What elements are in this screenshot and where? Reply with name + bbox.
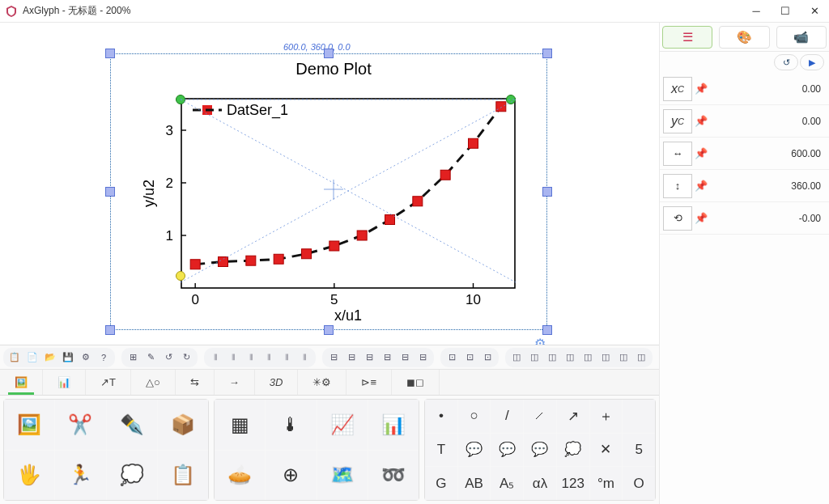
toolbar-button[interactable]: ✎ [142, 349, 159, 366]
palette-mid-cell[interactable]: 🗺️ [317, 451, 368, 501]
property-value[interactable]: 0.00 [710, 116, 826, 127]
palette-left-cell[interactable]: ✒️ [107, 400, 157, 450]
toolbar-button[interactable]: 📋 [6, 349, 23, 366]
palette-right-cell[interactable]: 💬 [524, 434, 556, 467]
toolbar-button[interactable]: ⫴ [261, 349, 277, 366]
palette-right-cell[interactable]: ✕ [590, 434, 623, 467]
property-value[interactable]: 360.00 [710, 180, 826, 192]
palette-right-cell[interactable]: 💭 [557, 434, 589, 467]
gizmo-origin[interactable] [176, 271, 185, 281]
handle-sw[interactable] [105, 325, 115, 335]
category-tab[interactable]: → [215, 370, 255, 395]
maximize-button[interactable]: ☐ [771, 0, 800, 23]
palette-left-cell[interactable]: 📦 [158, 400, 208, 450]
palette-mid-cell[interactable]: ▦ [215, 400, 265, 450]
category-tab[interactable]: ✳⚙ [298, 370, 346, 395]
palette-right-cell[interactable]: αλ [524, 467, 556, 500]
toolbar-button[interactable]: 📂 [42, 349, 58, 366]
toolbar-button[interactable]: ⊡ [461, 349, 478, 366]
category-tab[interactable]: ⊳≡ [346, 370, 392, 395]
property-value[interactable]: -0.00 [710, 213, 826, 224]
toolbar-button[interactable]: ◫ [526, 349, 542, 366]
pin-icon[interactable]: 📌 [692, 147, 710, 159]
toolbar-button[interactable]: ⫴ [243, 349, 259, 366]
handle-e[interactable] [542, 187, 552, 197]
toolbar-button[interactable]: ⫴ [225, 349, 241, 366]
category-tab[interactable]: 3D [255, 370, 299, 395]
palette-mid-cell[interactable]: 📈 [317, 400, 368, 450]
toolbar-button[interactable]: ⫴ [207, 349, 223, 366]
tab-layers[interactable]: ☰ [662, 26, 712, 49]
category-tab[interactable]: ◼◻ [392, 370, 440, 395]
palette-right-cell[interactable]: 💬 [458, 434, 491, 467]
toolbar-button[interactable]: ⊞ [125, 349, 141, 366]
palette-right-cell[interactable]: A₅ [491, 467, 523, 500]
handle-se[interactable] [542, 325, 552, 335]
toolbar-button[interactable]: ? [96, 349, 112, 366]
toolbar-button[interactable]: ↺ [160, 349, 176, 366]
handle-s[interactable] [324, 325, 334, 335]
palette-right-cell[interactable] [623, 400, 655, 433]
property-value[interactable]: 600.00 [710, 148, 826, 159]
palette-mid-cell[interactable]: 🥧 [215, 451, 265, 501]
toolbar-button[interactable]: ◫ [633, 349, 649, 366]
toolbar-button[interactable]: ⫴ [296, 349, 312, 366]
handle-w[interactable] [105, 187, 115, 197]
selection-box[interactable] [110, 53, 547, 330]
palette-right-cell[interactable]: AB [458, 467, 491, 500]
toolbar-button[interactable]: ⊟ [414, 349, 431, 366]
palette-left-cell[interactable]: 🖼️ [4, 400, 54, 450]
toolbar-button[interactable]: ⊟ [379, 349, 395, 366]
gizmo-top-right[interactable] [506, 95, 516, 104]
pin-icon[interactable]: 📌 [692, 115, 710, 127]
palette-right-cell[interactable]: ＋ [590, 400, 623, 433]
palette-right-cell[interactable]: 💬 [491, 434, 523, 467]
close-button[interactable]: ✕ [800, 0, 829, 23]
toolbar-button[interactable]: 💾 [60, 349, 76, 366]
palette-right-cell[interactable]: ⟋ [524, 400, 556, 433]
tab-palette[interactable]: 🎨 [719, 26, 769, 49]
palette-mid-cell[interactable]: ➿ [368, 451, 419, 501]
pin-icon[interactable]: 📌 [692, 83, 710, 95]
history-button[interactable]: ↺ [774, 54, 798, 70]
palette-right-cell[interactable]: • [425, 400, 457, 433]
toolbar-button[interactable]: ⊟ [397, 349, 413, 366]
palette-left-cell[interactable]: 💭 [107, 451, 157, 501]
palette-right-cell[interactable]: ↗ [557, 400, 589, 433]
pin-icon[interactable]: 📌 [692, 180, 710, 192]
palette-right-cell[interactable]: O [623, 467, 655, 500]
toolbar-button[interactable]: ◫ [544, 349, 560, 366]
toolbar-button[interactable]: ⊡ [479, 349, 495, 366]
toolbar-button[interactable]: ◫ [580, 349, 596, 366]
gizmo-top-left[interactable] [176, 95, 185, 104]
minimize-button[interactable]: ─ [742, 0, 771, 23]
palette-left-cell[interactable]: 🏃 [55, 451, 105, 501]
toolbar-button[interactable]: ⊡ [444, 349, 460, 366]
toolbar-button[interactable]: ◫ [508, 349, 525, 366]
category-tab[interactable]: △○ [131, 370, 176, 395]
toolbar-button[interactable]: ◫ [597, 349, 614, 366]
palette-right-cell[interactable]: °m [590, 467, 623, 500]
palette-right-cell[interactable]: 5 [623, 434, 655, 467]
canvas[interactable]: 600.0, 360.0, 0.0 Demo Plot0510123x/u1y/… [0, 23, 659, 345]
play-button[interactable]: ▶ [800, 54, 824, 70]
palette-left-cell[interactable]: ✂️ [55, 400, 105, 450]
toolbar-button[interactable]: 📄 [24, 349, 40, 366]
category-tab[interactable]: 📊 [43, 370, 86, 395]
palette-right-cell[interactable]: ○ [458, 400, 491, 433]
toolbar-button[interactable]: ⫴ [278, 349, 295, 366]
handle-ne[interactable] [542, 49, 552, 58]
palette-mid-cell[interactable]: 🌡 [266, 400, 316, 450]
toolbar-button[interactable]: ↻ [178, 349, 194, 366]
toolbar-button[interactable]: ◫ [615, 349, 631, 366]
palette-right-cell[interactable]: T [425, 434, 457, 467]
handle-n[interactable] [324, 49, 334, 58]
handle-nw[interactable] [105, 49, 115, 58]
category-tab[interactable]: 🖼️ [0, 370, 43, 395]
toolbar-button[interactable]: ⊟ [361, 349, 377, 366]
toolbar-button[interactable]: ⚙ [78, 349, 94, 366]
toolbar-button[interactable]: ⊟ [325, 349, 342, 366]
canvas-settings-button[interactable]: ⚙ [531, 335, 549, 345]
palette-mid-cell[interactable]: 📊 [368, 400, 419, 450]
tab-camera[interactable]: 📹 [776, 26, 827, 49]
